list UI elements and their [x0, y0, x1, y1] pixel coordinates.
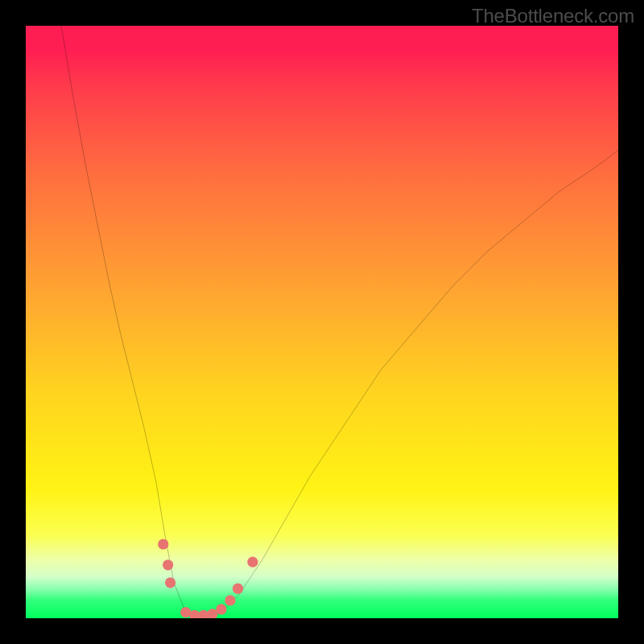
plot-area — [26, 26, 618, 618]
highlight-dot — [165, 577, 175, 588]
watermark-text: TheBottleneck.com — [472, 5, 634, 27]
chart-frame: TheBottleneck.com — [0, 0, 644, 644]
highlight-dot — [158, 539, 168, 549]
highlight-dot — [233, 584, 243, 594]
highlight-dot — [225, 595, 235, 605]
highlight-dot — [247, 556, 258, 567]
highlight-dots — [26, 26, 618, 618]
highlight-dot — [216, 604, 226, 614]
highlight-dot — [163, 559, 173, 570]
